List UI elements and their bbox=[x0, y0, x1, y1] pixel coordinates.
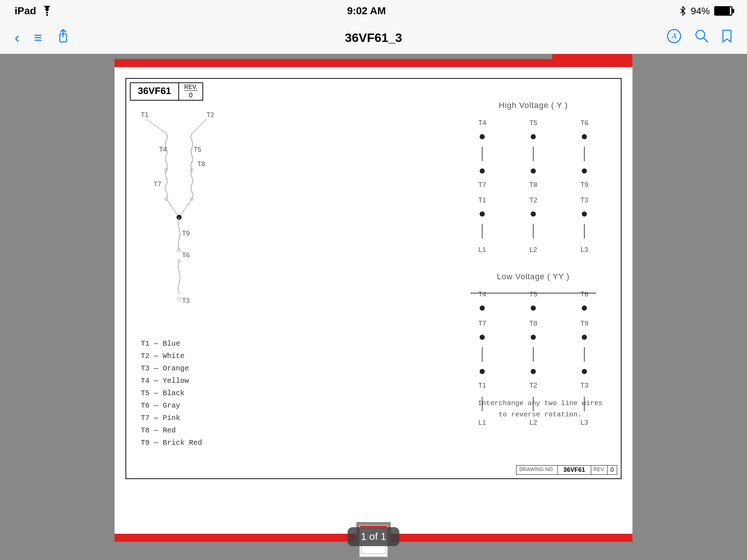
drawing-no-label: DRAWING NO. bbox=[516, 466, 558, 474]
t6-top-label: T6 bbox=[580, 119, 588, 127]
hv-t3: T3 L3 bbox=[580, 196, 588, 254]
svg-text:T6: T6 bbox=[182, 252, 190, 259]
status-right: 94% bbox=[679, 5, 732, 17]
nav-bar: ‹ ≡ 36VF61_3 A bbox=[0, 22, 747, 54]
legend-t4: T4 — Yellow bbox=[141, 375, 202, 387]
svg-text:T1: T1 bbox=[141, 111, 148, 118]
svg-line-5 bbox=[704, 38, 708, 42]
device-label: iPad bbox=[15, 5, 36, 17]
bottom-rev-value: 0 bbox=[608, 466, 617, 474]
page-indicator: 1 of 1 bbox=[348, 527, 399, 546]
legend-t3: T3 — Orange bbox=[141, 362, 202, 375]
l2-hv-label: L2 bbox=[529, 246, 537, 254]
hv-t5: T5 T8 bbox=[529, 119, 537, 189]
t5-lv-dot bbox=[531, 306, 536, 311]
svg-text:T9: T9 bbox=[182, 230, 190, 237]
hv-t1: T1 L1 bbox=[478, 196, 486, 254]
t1-lv-dot bbox=[480, 369, 485, 374]
t4-lv-label: T4 bbox=[478, 290, 486, 298]
svg-text:T5: T5 bbox=[194, 146, 201, 153]
time-display: 9:02 AM bbox=[347, 5, 386, 17]
bottom-rev-label: REV. bbox=[591, 466, 607, 474]
t8-label: T8 bbox=[529, 181, 537, 189]
svg-text:T4: T4 bbox=[159, 146, 167, 153]
battery-percent: 94% bbox=[691, 5, 710, 17]
t4-lv-dot bbox=[480, 306, 485, 311]
t3-hv-dot bbox=[582, 211, 587, 217]
document: 36VF61 REV. 0 T1 T4 bbox=[115, 67, 632, 534]
rev-value: 0 bbox=[184, 92, 197, 99]
annotate-button[interactable]: A bbox=[667, 29, 681, 47]
search-button[interactable] bbox=[694, 29, 708, 47]
rev-block: REV. 0 bbox=[179, 83, 202, 100]
svg-text:T3: T3 bbox=[182, 297, 190, 304]
drawing-frame: 36VF61 REV. 0 T1 T4 bbox=[125, 78, 622, 479]
high-voltage-section: High Voltage ( Y ) T4 T7 T5 bbox=[457, 101, 610, 433]
drawing-no-value: 36VF61 bbox=[558, 466, 591, 474]
lv-title: Low Voltage ( YY ) bbox=[457, 272, 610, 281]
legend-t6: T6 — Gray bbox=[141, 400, 202, 412]
hv-title: High Voltage ( Y ) bbox=[457, 101, 610, 110]
wire-legend: T1 — Blue T2 — White T3 — Orange T4 — Ye… bbox=[141, 338, 202, 449]
share-button[interactable] bbox=[57, 29, 69, 47]
lv-bar-row: T4 T5 T6 bbox=[457, 290, 610, 311]
t8-lv-label: T8 bbox=[529, 319, 537, 327]
t2-hv-label: T2 bbox=[529, 196, 537, 204]
legend-t1: T1 — Blue bbox=[141, 338, 202, 350]
t6-top-dot bbox=[582, 134, 587, 139]
svg-text:A: A bbox=[671, 31, 677, 40]
t9-lv-line bbox=[584, 347, 585, 362]
t2-lv-label: T2 bbox=[529, 381, 537, 389]
t3-lv-label: T3 bbox=[580, 381, 588, 389]
legend-t7: T7 — Pink bbox=[141, 412, 202, 424]
t7-lv-label: T7 bbox=[478, 319, 486, 327]
hv-row2: T1 L1 T2 L2 T3 bbox=[457, 196, 610, 254]
t8-lv-line bbox=[533, 347, 534, 362]
t6-lv-label: T6 bbox=[580, 290, 588, 298]
svg-text:T2: T2 bbox=[206, 111, 214, 118]
t9-lv-label: T9 bbox=[580, 319, 588, 327]
doc-container: 36VF61 REV. 0 T1 T4 bbox=[115, 54, 632, 542]
t3-lv-dot bbox=[582, 369, 587, 374]
t9-label: T9 bbox=[580, 181, 588, 189]
hv-t6: T6 T9 bbox=[580, 119, 588, 189]
status-bar: iPad 9:02 AM 94% bbox=[0, 0, 747, 22]
svg-line-7 bbox=[146, 119, 166, 133]
legend-t9: T9 — Brick Red bbox=[141, 437, 202, 449]
bookmark-button[interactable] bbox=[721, 29, 732, 47]
schematic-svg: T1 T4 T2 T5 T8 bbox=[133, 101, 268, 349]
t3-hv-line bbox=[584, 224, 585, 238]
t2-hv-line bbox=[533, 224, 534, 238]
t9-dot bbox=[582, 168, 587, 174]
bluetooth-icon bbox=[679, 6, 686, 16]
reverse-note-line2: to reverse rotation. bbox=[478, 409, 603, 420]
lv-bar bbox=[471, 293, 596, 293]
back-button[interactable]: ‹ bbox=[15, 30, 19, 46]
rev-label: REV. bbox=[184, 84, 197, 91]
battery-icon bbox=[714, 6, 732, 16]
hv-t4: T4 T7 bbox=[478, 119, 486, 189]
t8-lv-dot bbox=[531, 335, 536, 340]
menu-button[interactable]: ≡ bbox=[34, 30, 42, 46]
nav-left: ‹ ≡ bbox=[15, 29, 69, 47]
t7-lv-line bbox=[482, 347, 483, 362]
t1-hv-dot bbox=[480, 211, 485, 217]
t1-hv-label: T1 bbox=[478, 196, 486, 204]
t7-dot bbox=[480, 168, 485, 174]
wifi-icon bbox=[40, 6, 54, 16]
svg-text:T8: T8 bbox=[197, 160, 205, 168]
svg-line-11 bbox=[192, 119, 206, 133]
t2-lv-dot bbox=[531, 369, 536, 374]
legend-t2: T2 — White bbox=[141, 350, 202, 362]
t9-lv-dot bbox=[582, 335, 587, 340]
bottom-title-block: DRAWING NO. 36VF61 REV. 0 bbox=[516, 465, 617, 475]
t5-top-label: T5 bbox=[529, 119, 537, 127]
svg-text:T7: T7 bbox=[154, 180, 161, 188]
reverse-note-line1: Interchange any two line wires bbox=[478, 398, 603, 409]
t3-hv-label: T3 bbox=[580, 196, 588, 204]
drawing-title: 36VF61 bbox=[131, 83, 179, 100]
legend-t8: T8 — Red bbox=[141, 424, 202, 437]
l3-hv-label: L3 bbox=[580, 246, 588, 254]
l1-hv-label: L1 bbox=[478, 246, 486, 254]
status-left: iPad bbox=[15, 5, 54, 17]
